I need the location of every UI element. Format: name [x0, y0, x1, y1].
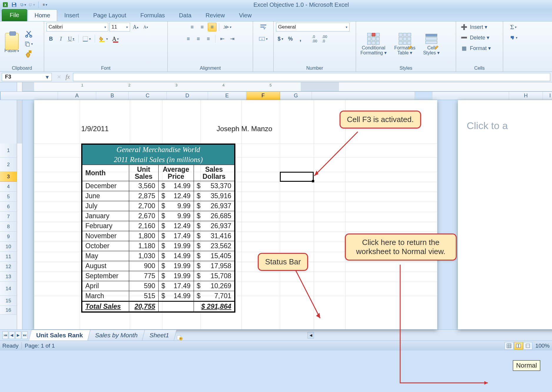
- number-format-combo[interactable]: General▾: [276, 23, 350, 31]
- rowhdr-15[interactable]: 15: [0, 296, 17, 306]
- format-painter-icon[interactable]: [23, 49, 34, 58]
- view-page-layout-button[interactable]: [514, 342, 523, 350]
- rowhdr-14[interactable]: 14: [0, 282, 17, 296]
- name-box[interactable]: F3▾: [2, 73, 52, 81]
- colhdr-G[interactable]: G: [280, 92, 312, 100]
- conditional-formatting-button[interactable]: Conditional Formatting ▾: [358, 31, 389, 57]
- rowhdr-12[interactable]: 12: [0, 262, 17, 272]
- vertical-ruler[interactable]: [17, 100, 22, 329]
- rowhdr-13[interactable]: 13: [0, 272, 17, 282]
- rowhdr-1[interactable]: 1: [0, 144, 17, 158]
- tab-view[interactable]: View: [232, 9, 258, 21]
- rowhdr-4[interactable]: 4: [0, 182, 17, 192]
- rowhdr-6[interactable]: 6: [0, 202, 17, 212]
- paste-button[interactable]: Paste: [2, 33, 21, 55]
- colhdr-A[interactable]: A: [58, 92, 96, 100]
- view-normal-button[interactable]: [505, 342, 513, 350]
- save-icon[interactable]: [11, 1, 18, 8]
- format-cells-button[interactable]: ▦Format ▾: [458, 44, 503, 53]
- redo-icon[interactable]: [28, 1, 35, 8]
- sheet-nav-first[interactable]: ⏮: [2, 331, 8, 339]
- formula-input[interactable]: [73, 73, 550, 81]
- decrease-indent-icon[interactable]: ⇤: [218, 34, 227, 43]
- align-top-icon[interactable]: ≡: [188, 23, 197, 31]
- cell-styles-button[interactable]: Cell Styles ▾: [421, 31, 442, 57]
- orientation-icon[interactable]: ≫: [222, 23, 233, 31]
- rowhdr-11[interactable]: 11: [0, 252, 17, 262]
- page-2[interactable]: Click to a: [458, 100, 552, 329]
- format-as-table-button[interactable]: Format as Table ▾: [392, 31, 418, 57]
- fill-color-icon[interactable]: [97, 34, 109, 43]
- cancel-formula-icon[interactable]: ✕: [55, 74, 62, 81]
- fill-handle[interactable]: [312, 180, 314, 182]
- select-all-button[interactable]: [0, 92, 0, 100]
- rowhdr-5[interactable]: 5: [0, 192, 17, 202]
- align-right-icon[interactable]: ≡: [204, 34, 213, 43]
- sheet-tab-3[interactable]: Sheet1: [142, 330, 177, 341]
- increase-indent-icon[interactable]: ⇥: [228, 34, 237, 43]
- sheet-nav-last[interactable]: ⏭: [22, 331, 28, 339]
- grow-font-icon[interactable]: A▴: [131, 23, 140, 31]
- tab-formulas[interactable]: Formulas: [134, 9, 172, 21]
- underline-button[interactable]: U: [66, 34, 76, 43]
- page-1[interactable]: 1/9/2011 Joseph M. Manzo General Merchan…: [34, 100, 437, 329]
- customize-qat-icon[interactable]: ≡: [41, 1, 49, 8]
- colhdr-F[interactable]: F: [246, 92, 280, 100]
- borders-icon[interactable]: [81, 34, 92, 43]
- percent-format-icon[interactable]: %: [286, 34, 295, 43]
- align-left-icon[interactable]: ≡: [184, 34, 193, 43]
- copy-icon[interactable]: [23, 39, 34, 48]
- header-placeholder[interactable]: Click to a: [467, 120, 508, 131]
- rowhdr-9[interactable]: 9: [0, 232, 17, 242]
- sheet-nav-prev[interactable]: ◀: [9, 331, 15, 339]
- shrink-font-icon[interactable]: A▾: [141, 23, 150, 31]
- undo-icon[interactable]: [19, 1, 26, 8]
- scroll-left-icon[interactable]: ◀: [307, 332, 314, 338]
- rowhdr-10[interactable]: 10: [0, 242, 17, 252]
- accounting-format-icon[interactable]: $: [276, 34, 285, 43]
- rowhdr-16[interactable]: 16: [0, 306, 17, 315]
- colhdr-H[interactable]: H: [509, 92, 543, 100]
- fx-icon[interactable]: fx: [64, 74, 71, 81]
- tab-review[interactable]: Review: [199, 9, 232, 21]
- colhdr-blank-right[interactable]: [312, 92, 415, 100]
- tab-data[interactable]: Data: [172, 9, 198, 21]
- increase-decimal-icon[interactable]: .0.00: [310, 34, 319, 43]
- rowhdr-2[interactable]: 2: [0, 158, 17, 172]
- autosum-icon[interactable]: Σ: [509, 23, 518, 31]
- colhdr-I[interactable]: I: [543, 92, 552, 100]
- colhdr-blank-left[interactable]: [1, 92, 58, 100]
- tab-page-layout[interactable]: Page Layout: [87, 9, 133, 21]
- cut-icon[interactable]: [23, 29, 34, 38]
- horizontal-ruler[interactable]: 1 2 3 4 5 6: [22, 82, 552, 91]
- align-middle-icon[interactable]: ≡: [198, 23, 207, 31]
- active-cell[interactable]: [280, 172, 314, 182]
- insert-cells-button[interactable]: ➕Insert ▾: [458, 23, 503, 31]
- rowhdr-7[interactable]: 7: [0, 212, 17, 222]
- sheet-nav-next[interactable]: ▶: [15, 331, 21, 339]
- tab-home[interactable]: Home: [28, 9, 57, 21]
- sheet-tab-1[interactable]: Unit Sales Rank: [29, 330, 90, 341]
- sheet-tab-2[interactable]: Sales by Month: [87, 330, 145, 341]
- file-tab[interactable]: File: [2, 9, 27, 21]
- horizontal-scrollbar[interactable]: ◀: [184, 332, 552, 338]
- tab-insert[interactable]: Insert: [58, 9, 86, 21]
- colhdr-blank-p2-left[interactable]: [433, 92, 509, 100]
- rowhdr-8[interactable]: 8: [0, 222, 17, 232]
- merge-center-icon[interactable]: a: [257, 34, 269, 43]
- italic-button[interactable]: I: [56, 34, 65, 43]
- decrease-decimal-icon[interactable]: .00.0: [320, 34, 329, 43]
- wrap-text-icon[interactable]: [258, 23, 268, 31]
- align-center-icon[interactable]: ≡: [194, 34, 203, 43]
- colhdr-C[interactable]: C: [129, 92, 167, 100]
- new-sheet-button[interactable]: [175, 334, 184, 341]
- fill-icon[interactable]: [508, 33, 519, 42]
- comma-format-icon[interactable]: ,: [296, 34, 305, 43]
- view-page-break-button[interactable]: [523, 342, 532, 350]
- bold-button[interactable]: B: [46, 34, 55, 43]
- font-size-combo[interactable]: 11▾: [109, 23, 130, 31]
- colhdr-E[interactable]: E: [208, 92, 246, 100]
- colhdr-D[interactable]: D: [167, 92, 208, 100]
- align-bottom-icon[interactable]: ≡: [208, 23, 217, 31]
- colhdr-B[interactable]: B: [96, 92, 129, 100]
